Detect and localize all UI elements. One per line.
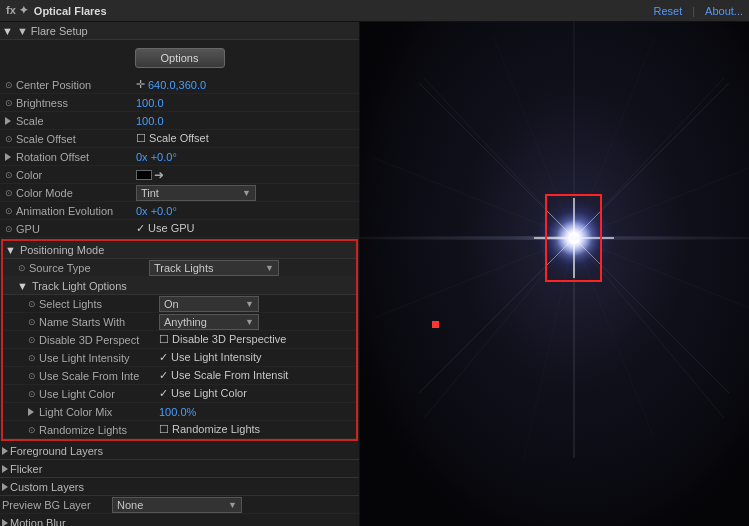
positioning-mode-section: ▼ Positioning Mode ⊙ Source Type Track L… — [1, 239, 358, 441]
brightness-value[interactable]: 100.0 — [136, 97, 357, 109]
color-mode-dropdown[interactable]: Tint ▼ — [136, 185, 256, 201]
light-color-mix-expand-icon[interactable] — [25, 405, 39, 419]
disable-3d-icon: ⊙ — [25, 333, 39, 347]
name-starts-icon: ⊙ — [25, 315, 39, 329]
randomize-lights-icon: ⊙ — [25, 423, 39, 437]
source-type-row: ⊙ Source Type Track Lights ▼ — [3, 259, 356, 277]
gpu-value[interactable]: ✓ Use GPU — [136, 222, 357, 235]
header: fx ✦ Optical Flares Reset | About... — [0, 0, 749, 22]
track-light-options-label: Track Light Options — [32, 280, 127, 292]
gpu-icon: ⊙ — [2, 222, 16, 236]
track-light-options-triangle: ▼ — [17, 280, 28, 292]
color-mode-label: Color Mode — [16, 187, 136, 199]
animation-evolution-icon: ⊙ — [2, 204, 16, 218]
scale-offset-row: ⊙ Scale Offset ☐ Scale Offset — [0, 130, 359, 148]
crosshair-icon: ✛ — [136, 78, 145, 91]
options-button[interactable]: Options — [135, 48, 225, 68]
fx-icon: fx ✦ — [6, 4, 28, 17]
custom-layers-triangle — [2, 483, 8, 491]
svg-rect-30 — [360, 236, 749, 240]
animation-evolution-row: ⊙ Animation Evolution 0x +0.0° — [0, 202, 359, 220]
brightness-row: ⊙ Brightness 100.0 — [0, 94, 359, 112]
use-scale-value[interactable]: ✓ Use Scale From Intensit — [159, 369, 354, 382]
scale-offset-label: Scale Offset — [16, 133, 136, 145]
positioning-mode-triangle: ▼ — [5, 244, 16, 256]
brightness-label: Brightness — [16, 97, 136, 109]
options-btn-container: Options — [0, 40, 359, 76]
right-panel: Active Camera — [360, 22, 749, 526]
main-layout: ▼ ▼ Flare Setup Options ⊙ Center Positio… — [0, 22, 749, 526]
foreground-layers-label: Foreground Layers — [10, 445, 103, 457]
select-lights-dropdown[interactable]: On ▼ — [159, 296, 259, 312]
rotation-offset-value[interactable]: 0x +0.0° — [136, 151, 357, 163]
foreground-layers-triangle — [2, 447, 8, 455]
color-icon: ⊙ — [2, 168, 16, 182]
custom-layers-header[interactable]: Custom Layers — [0, 478, 359, 496]
select-lights-value: On — [164, 298, 179, 310]
rotation-offset-expand-icon[interactable] — [2, 150, 16, 164]
use-scale-from-inte-row: ⊙ Use Scale From Inte ✓ Use Scale From I… — [3, 367, 356, 385]
use-light-intensity-value[interactable]: ✓ Use Light Intensity — [159, 351, 354, 364]
source-type-dropdown-arrow: ▼ — [265, 263, 274, 273]
scale-offset-icon: ⊙ — [2, 132, 16, 146]
randomize-lights-value[interactable]: ☐ Randomize Lights — [159, 423, 354, 436]
about-button[interactable]: About... — [705, 5, 743, 17]
preview-bg-label: Preview BG Layer — [2, 499, 112, 511]
source-type-icon: ⊙ — [15, 261, 29, 275]
flicker-header[interactable]: Flicker — [0, 460, 359, 478]
flare-setup-header[interactable]: ▼ ▼ Flare Setup — [0, 22, 359, 40]
preview-bg-row: Preview BG Layer None ▼ — [0, 496, 359, 514]
randomize-lights-row: ⊙ Randomize Lights ☐ Randomize Lights — [3, 421, 356, 439]
name-starts-with-row: ⊙ Name Starts With Anything ▼ — [3, 313, 356, 331]
use-light-color-label: Use Light Color — [39, 388, 159, 400]
source-type-dropdown[interactable]: Track Lights ▼ — [149, 260, 279, 276]
center-position-row: ⊙ Center Position ✛ 640.0,360.0 — [0, 76, 359, 94]
name-starts-dropdown[interactable]: Anything ▼ — [159, 314, 259, 330]
light-color-mix-label: Light Color Mix — [39, 406, 159, 418]
positioning-mode-header[interactable]: ▼ Positioning Mode — [3, 241, 356, 259]
color-label: Color — [16, 169, 136, 181]
name-starts-value: Anything — [164, 316, 207, 328]
rotation-offset-row: Rotation Offset 0x +0.0° — [0, 148, 359, 166]
track-light-options-header[interactable]: ▼ Track Light Options — [3, 277, 356, 295]
source-type-label: Source Type — [29, 262, 149, 274]
left-panel: ▼ ▼ Flare Setup Options ⊙ Center Positio… — [0, 22, 360, 526]
gpu-label: GPU — [16, 223, 136, 235]
select-lights-label: Select Lights — [39, 298, 159, 310]
scale-row: Scale 100.0 — [0, 112, 359, 130]
foreground-layers-header[interactable]: Foreground Layers — [0, 442, 359, 460]
use-light-color-icon: ⊙ — [25, 387, 39, 401]
use-light-intensity-row: ⊙ Use Light Intensity ✓ Use Light Intens… — [3, 349, 356, 367]
use-light-color-value[interactable]: ✓ Use Light Color — [159, 387, 354, 400]
rotation-offset-label: Rotation Offset — [16, 151, 136, 163]
disable-3d-row: ⊙ Disable 3D Perspect ☐ Disable 3D Persp… — [3, 331, 356, 349]
center-position-label: Center Position — [16, 79, 136, 91]
color-mode-dropdown-arrow: ▼ — [242, 188, 251, 198]
source-type-value: Track Lights — [154, 262, 214, 274]
center-position-value[interactable]: 640.0,360.0 — [148, 79, 357, 91]
scale-value[interactable]: 100.0 — [136, 115, 357, 127]
flicker-label: Flicker — [10, 463, 42, 475]
use-light-intensity-label: Use Light Intensity — [39, 352, 159, 364]
color-mode-value: Tint — [141, 187, 159, 199]
scale-expand-icon[interactable] — [2, 114, 16, 128]
motion-blur-triangle — [2, 519, 8, 527]
preview-bg-dropdown[interactable]: None ▼ — [112, 497, 242, 513]
plugin-title: Optical Flares — [34, 5, 648, 17]
color-swatch[interactable] — [136, 170, 152, 180]
scale-offset-value[interactable]: ☐ Scale Offset — [136, 132, 357, 145]
name-starts-label: Name Starts With — [39, 316, 159, 328]
color-mode-row: ⊙ Color Mode Tint ▼ — [0, 184, 359, 202]
reset-button[interactable]: Reset — [653, 5, 682, 17]
color-arrow-icon[interactable]: ➜ — [154, 168, 164, 182]
flicker-triangle — [2, 465, 8, 473]
motion-blur-label: Motion Blur — [10, 517, 66, 527]
light-color-mix-value[interactable]: 100.0% — [159, 406, 354, 418]
positioning-mode-label: Positioning Mode — [20, 244, 104, 256]
light-color-mix-row: Light Color Mix 100.0% — [3, 403, 356, 421]
animation-evolution-value[interactable]: 0x +0.0° — [136, 205, 357, 217]
disable-3d-value[interactable]: ☐ Disable 3D Perspective — [159, 333, 354, 346]
preview-bg-dropdown-arrow: ▼ — [228, 500, 237, 510]
animation-evolution-label: Animation Evolution — [16, 205, 136, 217]
motion-blur-header[interactable]: Motion Blur — [0, 514, 359, 526]
